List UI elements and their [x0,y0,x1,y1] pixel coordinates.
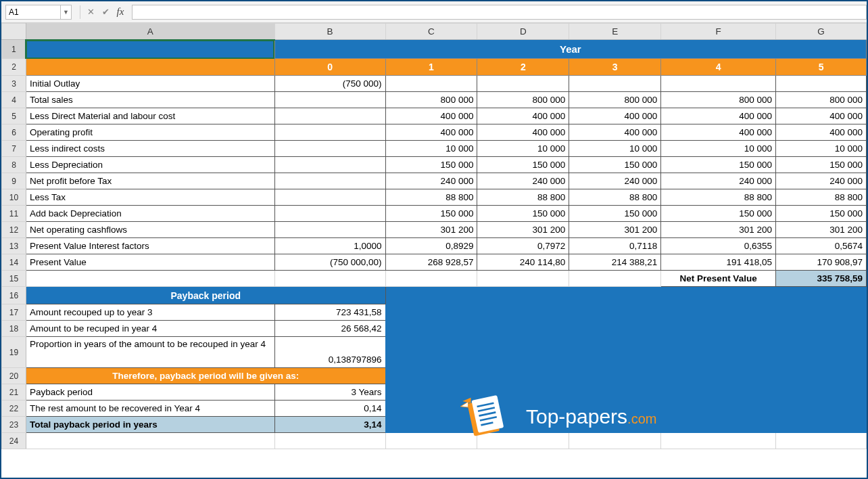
col-head-D[interactable]: D [477,24,569,40]
cell[interactable] [477,76,569,92]
col-head-F[interactable]: F [661,24,776,40]
label-pvif[interactable]: Present Value Interest factors [26,238,274,254]
cell[interactable]: 88 800 [477,189,569,206]
row-head-24[interactable]: 24 [2,433,26,449]
row-head-5[interactable]: 5 [2,108,26,124]
cell[interactable] [776,433,867,449]
label-indirect[interactable]: Less indirect costs [26,141,274,157]
row-head-18[interactable]: 18 [2,321,26,337]
cell[interactable]: 240 000 [385,173,477,189]
cell[interactable]: 800 000 [477,92,569,108]
row-head-11[interactable]: 11 [2,206,26,222]
label-total-sales[interactable]: Total sales [26,92,274,108]
row-head-9[interactable]: 9 [2,173,26,189]
cell[interactable] [274,206,385,222]
cell[interactable]: 240 000 [776,173,867,189]
cell[interactable]: 10 000 [385,141,477,157]
cell-A1[interactable] [26,40,274,59]
cell[interactable]: 240 000 [477,173,569,189]
label-recouped3[interactable]: Amount recouped up to year 3 [26,304,274,321]
row-head-13[interactable]: 13 [2,238,26,254]
cell[interactable]: 150 000 [776,206,867,222]
cell[interactable] [274,108,385,124]
cell[interactable] [569,271,661,287]
cell[interactable]: 170 908,97 [776,254,867,271]
cell[interactable] [385,271,477,287]
cell[interactable]: 150 000 [776,157,867,173]
cell[interactable]: 400 000 [477,108,569,124]
cell[interactable]: 240 114,80 [477,254,569,271]
cell[interactable]: 400 000 [661,108,776,124]
label-addback[interactable]: Add back Depreciation [26,206,274,222]
cell-A2[interactable] [26,59,274,76]
row-head-10[interactable]: 10 [2,189,26,206]
name-box-dropdown[interactable]: ▼ [61,5,72,20]
cell[interactable]: 3 Years [274,384,385,401]
label-proportion[interactable]: Proportion in years of the amount to be … [26,337,274,368]
row-head-8[interactable]: 8 [2,157,26,173]
cell[interactable]: 400 000 [661,124,776,141]
cell[interactable] [569,433,661,449]
cell[interactable]: 88 800 [776,189,867,206]
cell[interactable] [274,141,385,157]
row-head-19[interactable]: 19 [2,337,26,368]
row-head-15[interactable]: 15 [2,271,26,287]
total-pb-value[interactable]: 3,14 [274,417,385,433]
cell[interactable]: 800 000 [661,92,776,108]
npv-label[interactable]: Net Present Value [661,271,776,287]
cell[interactable] [274,271,385,287]
label-recuped4[interactable]: Amount to be recuped in year 4 [26,321,274,337]
cell[interactable] [776,76,867,92]
cell[interactable]: 301 200 [569,222,661,238]
cell[interactable]: 0,7972 [477,238,569,254]
year-0[interactable]: 0 [274,59,385,76]
cell[interactable]: 301 200 [385,222,477,238]
cell[interactable]: 0,8929 [385,238,477,254]
cell[interactable] [274,92,385,108]
cell[interactable] [385,433,477,449]
payback-title[interactable]: Payback period [26,287,385,304]
row-head-21[interactable]: 21 [2,384,26,401]
label-direct-cost[interactable]: Less Direct Material and labour cost [26,108,274,124]
cell[interactable]: 0,7118 [569,238,661,254]
cell[interactable]: 400 000 [776,124,867,141]
cell[interactable]: 150 000 [385,157,477,173]
cell[interactable]: 301 200 [661,222,776,238]
cell[interactable]: 400 000 [385,124,477,141]
label-op-profit[interactable]: Operating profit [26,124,274,141]
year-4[interactable]: 4 [661,59,776,76]
label-total-pb[interactable]: Total payback period in years [26,417,274,433]
cell[interactable] [385,76,477,92]
enter-icon[interactable]: ✔ [98,5,113,20]
row-head-20[interactable]: 20 [2,368,26,384]
row-head-2[interactable]: 2 [2,59,26,76]
cell[interactable]: 800 000 [569,92,661,108]
row-head-12[interactable]: 12 [2,222,26,238]
row-head-14[interactable]: 14 [2,254,26,271]
cell[interactable]: 88 800 [661,189,776,206]
label-depreciation[interactable]: Less Depreciation [26,157,274,173]
row-head-23[interactable]: 23 [2,417,26,433]
row-head-16[interactable]: 16 [2,287,26,304]
year-header[interactable]: Year [274,40,866,59]
cell[interactable] [477,433,569,449]
cell[interactable] [26,271,274,287]
cell[interactable] [661,433,776,449]
row-head-17[interactable]: 17 [2,304,26,321]
cell[interactable]: 400 000 [776,108,867,124]
label-net-profit[interactable]: Net profit before Tax [26,173,274,189]
row-head-22[interactable]: 22 [2,401,26,417]
cell[interactable] [274,124,385,141]
label-pv[interactable]: Present Value [26,254,274,271]
cell[interactable]: 88 800 [569,189,661,206]
cell[interactable]: 150 000 [477,206,569,222]
cell[interactable] [274,189,385,206]
spreadsheet-grid[interactable]: A B C D E F G 1 Year 2 0 1 2 3 4 5 3 Ini… [1,23,867,449]
row-head-3[interactable]: 3 [2,76,26,92]
cell[interactable] [274,222,385,238]
col-head-E[interactable]: E [569,24,661,40]
row-head-6[interactable]: 6 [2,124,26,141]
cell[interactable]: 150 000 [477,157,569,173]
year-5[interactable]: 5 [776,59,867,76]
cell[interactable]: 214 388,21 [569,254,661,271]
